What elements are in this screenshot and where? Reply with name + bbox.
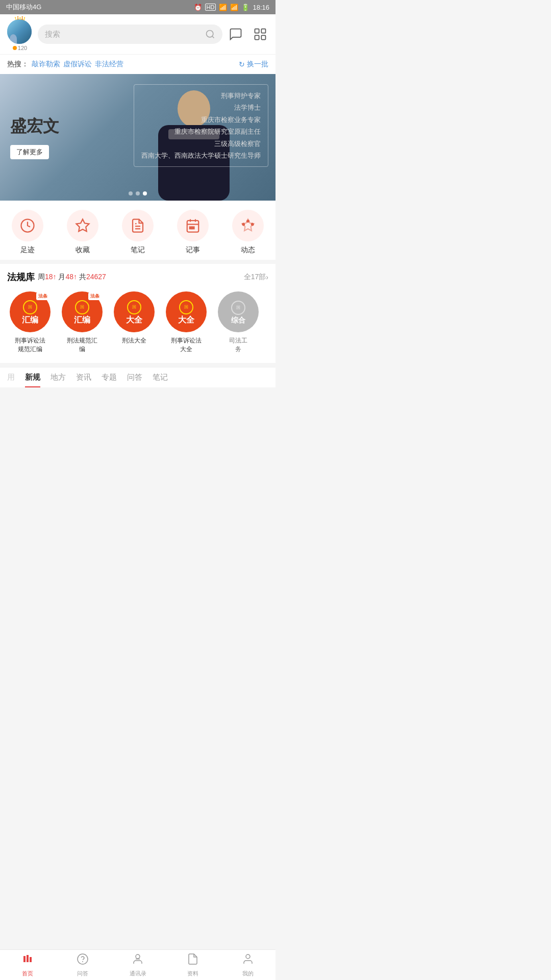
book-badge-1: 法条 (36, 292, 49, 300)
search-placeholder: 搜索 (45, 30, 201, 39)
book-title-2: 刑法规范汇编 (67, 336, 97, 354)
collect-icon (67, 210, 98, 241)
banner-info-box: 刑事辩护专家 法学博士 重庆市检察业务专家 重庆市检察院研究室原副主任 三级高级… (134, 84, 268, 167)
banner-learn-more-button[interactable]: 了解更多 (10, 145, 49, 159)
svg-rect-4 (261, 35, 265, 39)
notes-label: 笔记 (131, 246, 145, 255)
tab-special[interactable]: 专题 (102, 373, 117, 387)
book-title-4: 刑事诉讼法大全 (171, 336, 202, 354)
notes-icon (122, 210, 154, 241)
book-emblem-4: 国 大全 (178, 300, 194, 324)
grid-button[interactable] (252, 26, 268, 42)
law-book-criminal-law-all[interactable]: 国 大全 刑法大全 (111, 291, 157, 354)
tab-new[interactable]: 新规 (25, 373, 40, 387)
action-dynamic[interactable]: 动态 (228, 210, 268, 255)
book-icon-5: 国 综合 (218, 291, 259, 332)
tab-qa[interactable]: 问答 (127, 373, 142, 387)
chevron-right-icon: › (266, 273, 268, 281)
banner-dot-3 (143, 191, 147, 195)
svg-point-0 (207, 31, 213, 37)
tab-used[interactable]: 用 (7, 373, 15, 387)
law-book-criminal-proc-norms[interactable]: 法条 国 汇编 刑事诉讼法规范汇编 (7, 291, 53, 354)
book-emblem-2: 国 汇编 (74, 300, 90, 324)
law-library-more-button[interactable]: 全17部 › (244, 273, 268, 282)
book-icon-2: 法条 国 汇编 (62, 291, 103, 332)
tab-local[interactable]: 地方 (51, 373, 66, 387)
banner-person-name: 盛宏文 (10, 115, 59, 138)
avatar[interactable] (7, 19, 32, 44)
hot-search: 热搜： 敲诈勒索 虚假诉讼 非法经营 ↻ 换一批 (0, 54, 276, 74)
diary-icon (177, 210, 209, 241)
banner-left: 盛宏文 了解更多 (0, 105, 69, 169)
banner-dot-1 (129, 191, 133, 195)
battery-icon: 🔋 (241, 4, 249, 11)
svg-point-21 (252, 224, 254, 226)
banner-info-line-1: 刑事辩护专家 (141, 90, 261, 102)
message-button[interactable] (228, 26, 244, 42)
hd-icon: HD (205, 4, 216, 11)
total: 24627 (86, 273, 106, 281)
book-badge-2: 法条 (88, 292, 102, 300)
book-title-3: 刑法大全 (122, 336, 146, 345)
book-icon-1: 法条 国 汇编 (10, 291, 51, 332)
banner-info-line-6: 西南大学、西南政法大学硕士研究生导师 (141, 150, 261, 161)
svg-rect-18 (192, 227, 194, 229)
hot-tag-1[interactable]: 敲诈勒索 (32, 60, 60, 69)
law-book-judicial-work[interactable]: 国 综合 司法工务 (215, 291, 261, 354)
book-title-5: 司法工务 (229, 336, 247, 354)
hot-tag-2[interactable]: 虚假诉讼 (63, 60, 92, 69)
svg-rect-3 (261, 29, 265, 33)
message-icon (229, 27, 243, 41)
dynamic-label: 动态 (241, 246, 255, 255)
header-icons (228, 26, 268, 42)
svg-rect-13 (187, 220, 199, 232)
refresh-icon: ↻ (239, 60, 245, 68)
banner-info-line-2: 法学博士 (141, 102, 261, 113)
refresh-button[interactable]: ↻ 换一批 (239, 60, 268, 69)
grid-icon (253, 27, 267, 41)
banner-dot-2 (136, 191, 140, 195)
footprint-label: 足迹 (20, 246, 35, 255)
action-notes[interactable]: 笔记 (117, 210, 158, 255)
action-collect[interactable]: 收藏 (62, 210, 103, 255)
status-bar: 中国移动4G ⏰ HD 📶 📶 🔋 18:16 (0, 0, 276, 14)
book-emblem-3: 国 大全 (126, 300, 142, 324)
svg-point-19 (247, 220, 249, 222)
more-label: 全17部 (244, 273, 266, 282)
divider-1 (0, 260, 276, 264)
refresh-label: 换一批 (247, 60, 268, 69)
footprint-icon (12, 210, 43, 241)
hot-tag-3[interactable]: 非法经营 (95, 60, 123, 69)
banner-info-line-4: 重庆市检察院研究室原副主任 (141, 126, 261, 137)
book-emblem-5: 国 综合 (231, 301, 245, 324)
search-icon (205, 29, 215, 39)
law-book-criminal-proc-all[interactable]: 国 大全 刑事诉讼法大全 (163, 291, 209, 354)
tab-notes[interactable]: 笔记 (153, 373, 168, 387)
status-icons: ⏰ HD 📶 📶 🔋 18:16 (194, 4, 269, 11)
time: 18:16 (253, 4, 269, 11)
banner-info-line-3: 重庆市检察业务专家 (141, 114, 261, 126)
book-icon-4: 国 大全 (166, 291, 207, 332)
action-footprint[interactable]: 足迹 (7, 210, 48, 255)
book-icon-3: 国 大全 (114, 291, 155, 332)
week-new: 18↑ (45, 273, 57, 281)
action-diary[interactable]: 记事 (172, 210, 213, 255)
banner: 盛宏文 了解更多 刑事辩护专家 法学博士 重庆市检察业务专家 重庆市检察院研究室… (0, 74, 276, 201)
user-avatar-wrap[interactable]: 👑 120 (7, 19, 33, 49)
user-score: 120 (7, 45, 33, 51)
svg-point-20 (242, 224, 244, 226)
law-books: 法条 国 汇编 刑事诉讼法规范汇编 法条 国 汇编 刑法规范汇编 国 大全 刑法… (0, 288, 276, 363)
law-library-stats: 周18↑ 月48↑ 共24627 (38, 273, 106, 282)
svg-rect-17 (190, 227, 192, 229)
law-library-header: 法规库 周18↑ 月48↑ 共24627 全17部 › (0, 264, 276, 288)
svg-line-1 (212, 36, 214, 38)
carrier: 中国移动4G (6, 3, 41, 12)
banner-info-line-5: 三级高级检察官 (141, 138, 261, 150)
signal-icon: 📶 (230, 4, 238, 11)
diary-label: 记事 (186, 246, 200, 255)
search-bar[interactable]: 搜索 (38, 24, 222, 44)
alarm-icon: ⏰ (194, 4, 202, 11)
law-book-criminal-law-norms[interactable]: 法条 国 汇编 刑法规范汇编 (59, 291, 105, 354)
tab-news[interactable]: 资讯 (76, 373, 91, 387)
banner-dots (129, 191, 147, 195)
